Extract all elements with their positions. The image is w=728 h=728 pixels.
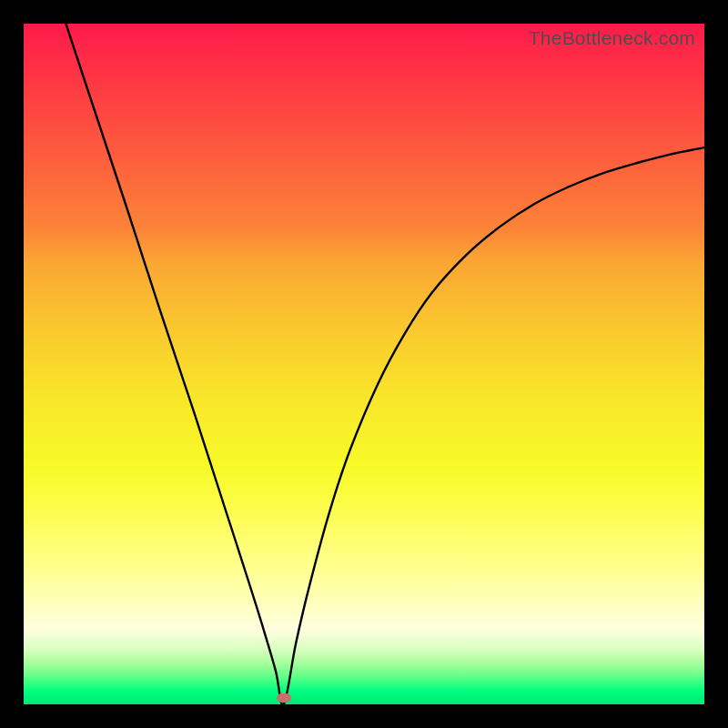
chart-frame: TheBottleneck.com [0,0,728,728]
curve-path [66,24,704,704]
bottleneck-curve [24,24,704,704]
optimum-marker [277,693,291,703]
plot-area: TheBottleneck.com [24,24,704,704]
